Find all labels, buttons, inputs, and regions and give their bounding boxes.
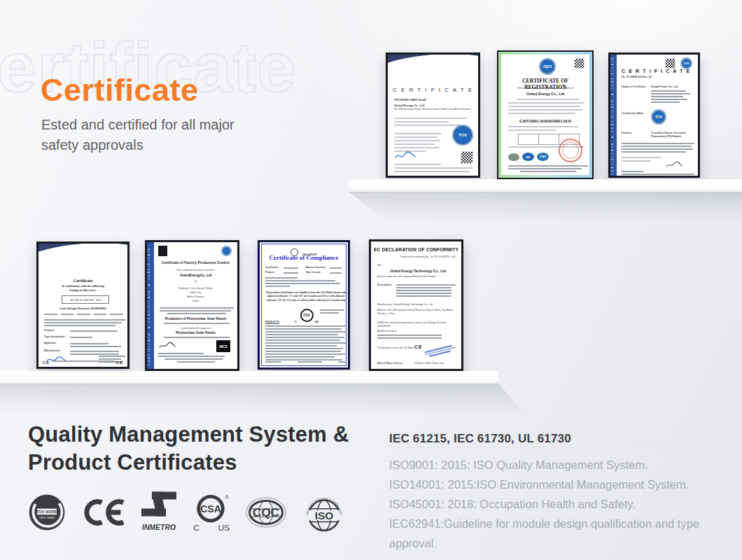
- certificate-tuv-sunpal[interactable]: CERTIFICATE ■ CERTIFICATE ■ CERTIFICATE …: [608, 52, 700, 178]
- products-fine-print: [265, 326, 346, 362]
- csa-us-text: US: [314, 320, 318, 323]
- quality-heading-line-1: Quality Management System &: [28, 422, 349, 447]
- fine-print: [158, 353, 234, 364]
- tuv-nord-logo: TÜV NORD: [94, 254, 123, 260]
- address-line-3: Anhui Province: [154, 295, 237, 299]
- iaf-seal-icon: IAF: [522, 153, 534, 161]
- mark-label: Certification Mark:: [622, 112, 644, 115]
- fine-print: [44, 319, 125, 328]
- cert-company: United Energy Co., Ltd.: [394, 104, 425, 107]
- fine-print: [160, 307, 234, 316]
- footer-line: [52, 360, 115, 363]
- scope-bold: Photovoltaic Solar Panels: [154, 331, 237, 335]
- page-title: Certificate: [41, 74, 199, 106]
- standards-lines: [377, 335, 447, 340]
- shelf-top-shadow: [349, 192, 742, 227]
- cert-address: No. 398 Ganquan Road, Shushan District, …: [394, 108, 472, 111]
- address-line-4: China: [154, 300, 237, 303]
- fine-print: [651, 90, 694, 104]
- fine-print: [508, 99, 588, 116]
- csa-mark-icon: CSA C US: [295, 307, 318, 323]
- ce-mark: CE: [414, 344, 423, 349]
- certificate-side-band: CERTIFICATE ■ CERTIFICATE ■ CERTIFICATE: [147, 242, 154, 369]
- field-product: Product:: [44, 329, 55, 332]
- shelf-middle: [0, 371, 498, 384]
- fine-print: [508, 126, 588, 133]
- directive-line: Low Voltage Directive 2014/35/EU: [38, 307, 127, 310]
- date-value: 16 March 2023, Hefei City: [414, 362, 444, 365]
- address-line: Address: NO.398 Ganquan Road Shushan Dis…: [377, 309, 459, 315]
- issued-by-signature: [320, 309, 346, 315]
- qr-code-icon: [574, 58, 584, 69]
- title-line-1: Certificate: [38, 279, 127, 283]
- scope-sub: and includes the ranges of: [154, 327, 237, 330]
- cnas-text: CNAS: [540, 155, 547, 158]
- field-certificate: Certificate:: [265, 266, 279, 270]
- description-values: [396, 284, 459, 298]
- inmetro-logo-icon: INMETRO: [141, 491, 176, 533]
- field-master-contract: Master Contract:: [306, 266, 326, 270]
- csa-mark-text: CSA: [300, 309, 314, 322]
- issued-to-block: [265, 277, 346, 288]
- field-type: Type designation:: [44, 335, 65, 339]
- field-project: Project:: [265, 271, 274, 274]
- inmetro-text: INMETRO: [142, 523, 176, 531]
- ec-declaration-of-conformity[interactable]: EC DECLARATION OF CONFORMITY Certificate…: [369, 239, 463, 371]
- title-line-3: European Directives: [38, 288, 127, 292]
- subtitle-line-2: safety approvals: [41, 137, 144, 153]
- shelf-top: [349, 179, 742, 192]
- subtitle-line-1: Ested and certified for all major: [41, 117, 234, 132]
- blue-stamp-icon: [425, 344, 456, 358]
- certificate-of-registration[interactable]: ZQHX CERTIFICATE OF REGISTRATION This is…: [497, 50, 594, 179]
- tuv-text: TÜV: [684, 62, 690, 65]
- fine-print: [622, 157, 671, 164]
- qr-code-icon: [461, 151, 473, 164]
- tuv-nord-seal-icon: TÜV NORD CERT GMBH: [28, 493, 66, 531]
- qr-code-icon: [665, 58, 676, 69]
- divider: [389, 447, 739, 448]
- shelf-middle-shadow: [0, 384, 532, 420]
- certificate-tuv-nord-top[interactable]: TÜV NORD C E R T I F I C A T E TÜV NORD …: [386, 52, 480, 178]
- ukas-logo: [158, 246, 167, 256]
- applied-label: Applied standard:: [377, 330, 397, 333]
- iso-logo-icon: ISO International Organization for Stand…: [302, 492, 346, 533]
- field-project-value: [284, 272, 302, 275]
- cert-company: UnitedEnergyCo.,Ltd: [154, 274, 237, 277]
- fine-print: [164, 323, 230, 326]
- cqc-text: CQC: [253, 506, 279, 519]
- csa-mark-icon: CSA ® C US: [192, 493, 230, 532]
- certificate-factory-production[interactable]: CERTIFICATE ■ CERTIFICATE ■ CERTIFICATE …: [145, 240, 239, 371]
- fine-print: [508, 165, 588, 174]
- manufacturer-line: Manufacturer: United Energy Technology C…: [377, 303, 433, 307]
- field-mc-value: [330, 267, 346, 270]
- accreditation-seals: IAF CNAS: [508, 153, 549, 161]
- tuv-nord-logo: TÜV NORD: [444, 59, 474, 66]
- field-manufacturer: Manufacturer:: [44, 349, 61, 353]
- signature-icon: [665, 161, 683, 169]
- cert-number: Certificate of conformity No.: 44 790 23…: [400, 255, 456, 258]
- field-date-value: [330, 272, 346, 275]
- zqhx-seal-icon: ZQHX: [539, 58, 556, 75]
- fine-print: [164, 337, 230, 340]
- ce-line: The product carries the CE Mark:: [377, 346, 414, 350]
- tuv-navy-header: TÜV NORD: [38, 244, 127, 279]
- standard-item-iso9001: ISO9001: 2015: ISO Quality Management Sy…: [389, 455, 742, 475]
- tuv-roundel-icon: TÜV: [680, 57, 692, 69]
- cert-title: Certificate of Compliance: [260, 254, 348, 261]
- field-type-value: [70, 337, 125, 340]
- certificate-tuv-directives[interactable]: TÜV NORD Certificate of conformity with …: [36, 241, 130, 369]
- tuv-seal-line-2: CERT GMBH: [39, 517, 55, 519]
- csa-c-text: C: [193, 523, 200, 532]
- tuv-seal-icon: TÜV: [452, 125, 473, 146]
- description-label: Description:: [377, 284, 392, 287]
- address-line-2: Hefei City: [154, 291, 237, 295]
- certificate-of-compliance[interactable]: CSA GROUP Certificate of Compliance Cert…: [258, 240, 350, 370]
- standards-list: ISO9001: 2015: ISO Quality Management Sy…: [389, 455, 742, 553]
- cert-company: United Energy Technology Co., Ltd.: [377, 270, 459, 273]
- csa-us-text: US: [218, 523, 230, 532]
- scope-title: Production of Photovoltaic Solar Panels: [154, 317, 237, 321]
- standard-item-iso14001: ISO14001: 2015:ISO Environmental Managem…: [389, 475, 742, 494]
- ce-mark-right: CE: [116, 360, 123, 365]
- holder-label: Holder of Certificate:: [622, 85, 647, 89]
- footer-line: [265, 361, 346, 364]
